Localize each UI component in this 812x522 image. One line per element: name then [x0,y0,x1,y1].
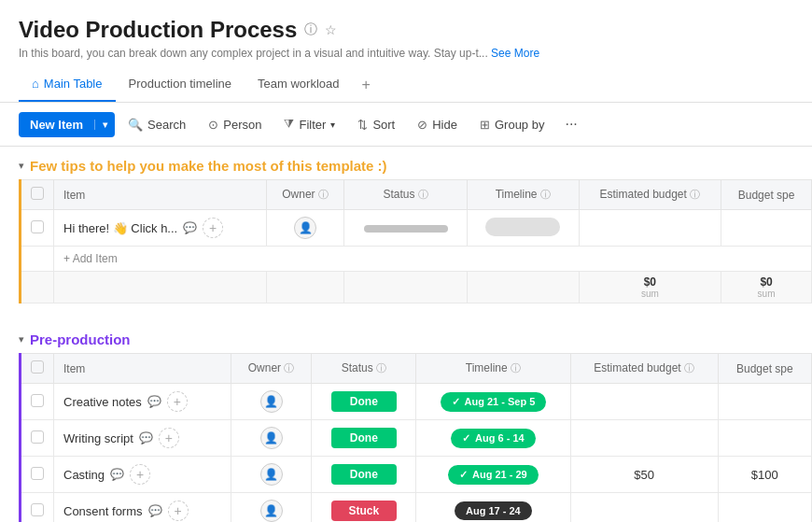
group-icon: ⊞ [480,118,490,132]
status-info-icon-pre[interactable]: ⓘ [376,362,386,374]
add-owner-icon[interactable]: + [167,391,188,412]
table-row: Creative notes 💬 + 👤 Done ✓Aug 21 - Sep … [21,384,812,420]
owner-avatar: 👤 [294,217,316,239]
add-item-label[interactable]: + Add Item [54,247,812,272]
table-row: Casting 💬 + 👤 Done ✓Aug 21 - 29 $50 $100 [21,457,812,493]
tips-table: Item Owner ⓘ Status ⓘ Timeline ⓘ [21,179,812,303]
owner-avatar: 👤 [260,463,283,486]
col-timeline-tips: Timeline ⓘ [467,180,579,210]
tips-section: ▾ Few tips to help you make the most of … [0,147,812,303]
owner-info-icon[interactable]: ⓘ [318,189,329,200]
item-text: Creative notes [63,395,142,409]
col-budget-tips: Estimated budget ⓘ [579,180,721,210]
see-more-link[interactable]: See More [491,47,539,60]
star-icon[interactable]: ☆ [325,22,337,37]
filter-button[interactable]: ⧩ Filter ▾ [274,111,344,137]
more-button[interactable]: ··· [557,110,584,138]
cell-status[interactable]: Stuck [312,493,416,523]
budget-info-icon-pre[interactable]: ⓘ [684,362,694,374]
table-row: Writing script 💬 + 👤 Done ✓Aug 6 - 14 [21,420,812,457]
home-icon: ⌂ [32,77,39,91]
add-item-row[interactable]: + Add Item [21,247,812,272]
sort-button[interactable]: ⇅ Sort [348,112,404,137]
table-row: Consent forms 💬 + 👤 Stuck Aug 17 - 24 [21,493,812,523]
group-by-button[interactable]: ⊞ Group by [470,112,553,137]
search-icon: 🔍 [128,118,143,132]
status-badge: Stuck [331,501,397,521]
col-status-pre: Status ⓘ [312,354,416,384]
col-budget-spent-tips: Budget spe [721,180,812,210]
cell-owner: 👤 [266,210,344,247]
hide-button[interactable]: ⊘ Hide [408,112,467,137]
tabs-bar: ⌂ Main Table Production timeline Team wo… [0,67,812,103]
filter-icon: ⧩ [284,117,294,132]
hide-icon: ⊘ [417,118,427,132]
cell-budget-spent: $100 [718,457,811,493]
cell-budget [570,420,718,457]
status-badge: Done [331,464,397,485]
cell-status[interactable] [344,210,468,247]
add-owner-icon[interactable]: + [168,501,189,521]
cell-timeline [467,210,579,247]
add-owner-icon[interactable]: + [203,218,223,238]
chat-icon: 💬 [148,504,162,517]
pre-production-section-header[interactable]: ▾ Pre-production [0,320,812,353]
add-owner-icon[interactable]: + [130,464,150,485]
budget-spent-sum-value: $0 [731,275,802,289]
row-checkbox[interactable] [31,394,44,407]
cell-owner: 👤 [231,457,312,493]
timeline-info-icon-pre[interactable]: ⓘ [511,362,521,374]
row-checkbox[interactable] [31,467,44,480]
status-info-icon[interactable]: ⓘ [418,189,428,200]
row-checkbox[interactable] [31,503,44,516]
chat-icon: 💬 [147,395,161,408]
pre-prod-select-all[interactable] [31,360,44,374]
budget-sum-label: sum [589,289,712,299]
add-tab-button[interactable]: + [353,69,380,101]
new-item-chevron[interactable]: ▾ [94,120,115,130]
info-icon[interactable]: ⓘ [304,21,317,38]
cell-budget [570,384,718,420]
sum-row: $0 sum $0 sum [21,272,812,303]
timeline-badge: ✓Aug 6 - 14 [451,429,536,448]
tab-team-workload[interactable]: Team workload [245,67,352,102]
timeline-badge: ✓Aug 21 - 29 [448,465,539,485]
status-badge [364,225,448,233]
owner-avatar: 👤 [260,500,283,522]
budget-info-icon[interactable]: ⓘ [690,189,700,200]
cell-status[interactable]: Done [312,420,416,457]
new-item-button[interactable]: New Item ▾ [19,112,115,137]
owner-avatar: 👤 [260,390,283,413]
cell-status[interactable]: Done [312,384,416,420]
pre-production-section: ▾ Pre-production Item Owner ⓘ [0,320,812,522]
timeline-info-icon[interactable]: ⓘ [540,189,551,200]
toolbar: New Item ▾ 🔍 Search ⊙ Person ⧩ Filter ▾ … [0,103,812,147]
person-button[interactable]: ⊙ Person [199,112,271,137]
status-badge: Done [331,391,397,412]
row-checkbox[interactable] [31,430,44,444]
timeline-badge: Aug 17 - 24 [455,501,532,520]
tab-production-timeline[interactable]: Production timeline [116,67,245,102]
owner-avatar: 👤 [260,427,283,449]
item-text: Casting [63,468,105,482]
cell-item: Writing script 💬 + [54,420,231,457]
tips-chevron-icon: ▾ [19,160,24,172]
col-item-tips: Item [54,180,267,210]
item-text: Hi there! 👋 Click h... [63,221,177,235]
cell-timeline: ✓Aug 21 - 29 [416,457,570,493]
row-checkbox[interactable] [31,220,44,233]
cell-status[interactable]: Done [312,457,416,493]
add-owner-icon[interactable]: + [159,428,179,448]
col-owner-pre: Owner ⓘ [231,354,312,384]
col-timeline-pre: Timeline ⓘ [416,354,570,384]
cell-item: Hi there! 👋 Click h... 💬 + [54,210,267,247]
cell-budget-spent [718,420,811,457]
search-button[interactable]: 🔍 Search [119,112,195,137]
pre-prod-table: Item Owner ⓘ Status ⓘ Timeline ⓘ [21,353,812,522]
tips-table-wrap: Item Owner ⓘ Status ⓘ Timeline ⓘ [19,179,812,303]
tips-section-header[interactable]: ▾ Few tips to help you make the most of … [0,147,812,179]
owner-info-icon-pre[interactable]: ⓘ [284,362,294,374]
tab-main-table[interactable]: ⌂ Main Table [19,67,116,102]
select-all-checkbox[interactable] [31,187,44,200]
cell-owner: 👤 [231,384,312,420]
